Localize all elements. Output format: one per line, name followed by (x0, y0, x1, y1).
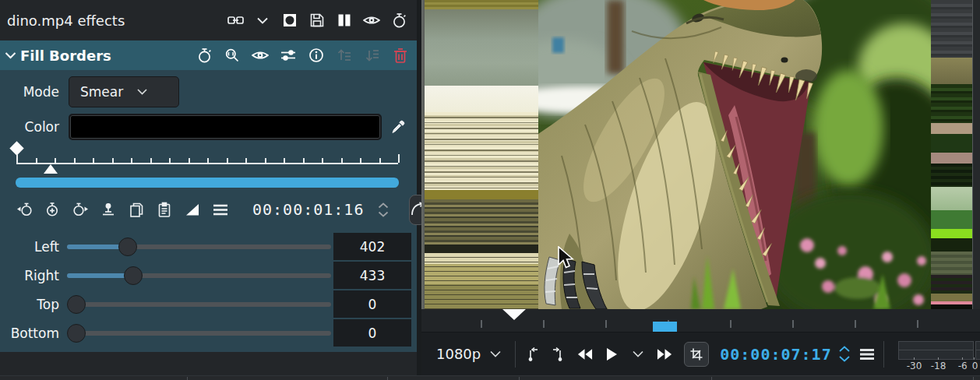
ruler-tick (543, 320, 545, 328)
transport-controls (523, 342, 709, 367)
slider-handle[interactable] (67, 295, 86, 314)
bottom-value-box[interactable]: 0 (333, 319, 411, 347)
slider-handle[interactable] (124, 266, 143, 285)
right-value-box[interactable]: 433 (333, 262, 411, 289)
center-keyframe-icon[interactable] (100, 201, 117, 218)
param-row-bottom: Bottom 0 (0, 318, 417, 347)
meter-label: 0 (972, 361, 978, 371)
slider-track[interactable] (67, 302, 331, 307)
param-row-right: Right 433 (0, 261, 417, 290)
smear-band-left (421, 0, 538, 309)
video-left-edge (421, 0, 425, 309)
top-value-box[interactable]: 0 (333, 290, 411, 318)
resolution-select[interactable]: 1080p (421, 346, 507, 362)
left-value-box[interactable]: 402 (333, 233, 411, 260)
add-keyframe-icon[interactable] (44, 201, 61, 218)
slider-track[interactable] (67, 331, 331, 336)
keyframe-ruler-tick (265, 158, 266, 163)
keyframe-timecode[interactable]: 00:00:01:16 (252, 200, 364, 219)
keyframe-ruler-tick (322, 158, 323, 163)
play-dropdown-chevron-icon[interactable] (629, 346, 647, 363)
keyframe-toolbar: 00:00:01:16 (0, 195, 417, 224)
play-icon[interactable] (603, 346, 620, 363)
forward-icon[interactable] (656, 346, 673, 363)
top-slider[interactable] (67, 295, 331, 314)
zone-in-icon[interactable] (523, 346, 541, 363)
keyframe-ruler[interactable] (0, 142, 417, 176)
keyframe-ruler-tick (150, 158, 152, 163)
audio-meter-peak (975, 341, 980, 360)
timeline-edge-strip (0, 375, 980, 380)
slider-handle[interactable] (118, 238, 137, 256)
copy-icon[interactable] (128, 201, 145, 218)
keyframe-ruler-tick (131, 158, 132, 163)
video-photo-dinosaur (538, 0, 931, 309)
menu-icon[interactable] (212, 201, 229, 218)
compare-split-icon[interactable] (336, 12, 353, 29)
edge-tick (711, 377, 712, 380)
edge-tick (187, 377, 188, 380)
interpolation-triangle-icon[interactable] (184, 201, 201, 218)
monitor-timecode-spinner[interactable] (838, 346, 851, 362)
zoom-icon[interactable] (224, 47, 241, 64)
keyframe-playhead[interactable] (44, 164, 58, 174)
paste-icon[interactable] (156, 201, 173, 218)
keyframe-diamond[interactable] (9, 141, 23, 155)
ruler-tick (917, 320, 918, 328)
effects-panel-toolbar (227, 12, 417, 29)
presets-icon[interactable] (280, 47, 297, 64)
save-preset-icon[interactable] (308, 12, 326, 29)
effect-header-fill-borders[interactable]: Fill Borders (0, 40, 417, 70)
param-label: Top (0, 297, 59, 312)
color-picker-icon[interactable] (390, 118, 407, 135)
effect-header-icons (196, 47, 417, 64)
keyframe-ruler-tick (36, 158, 37, 163)
preview-eye-icon[interactable] (252, 47, 269, 64)
keyframe-ruler-tick (55, 158, 56, 163)
keyframe-zone-bar[interactable] (16, 178, 399, 188)
dropdown-chevron-icon[interactable] (254, 12, 271, 29)
keyframes-stopwatch-icon[interactable] (196, 47, 213, 64)
toolbar-separator (515, 341, 516, 368)
color-swatch[interactable] (69, 114, 382, 140)
info-icon[interactable] (308, 47, 325, 64)
keyframe-ruler-tick (341, 158, 343, 163)
slider-handle[interactable] (67, 324, 86, 343)
collapse-chevron-icon[interactable] (0, 47, 20, 64)
delete-icon[interactable] (392, 47, 409, 64)
param-label: Right (0, 268, 59, 283)
keyframe-timecode-spinner[interactable] (378, 202, 389, 217)
link-effects-icon[interactable] (227, 12, 244, 29)
monitor-menu-icon[interactable] (858, 346, 876, 363)
keyframe-ruler-tick (360, 158, 361, 163)
param-label: Bottom (0, 325, 59, 341)
zone-crop-button[interactable] (684, 342, 709, 367)
edge-tick (519, 377, 520, 380)
effect-title: Fill Borders (20, 48, 111, 64)
keyframe-ruler-tick (93, 158, 94, 163)
mode-select[interactable]: Smear (69, 76, 179, 107)
move-up-icon[interactable] (336, 47, 353, 64)
keyframes-stopwatch-icon[interactable] (390, 12, 407, 29)
zone-out-icon[interactable] (550, 346, 567, 363)
param-row-left: Left 402 (0, 232, 417, 261)
color-row: Color (0, 114, 417, 140)
meter-label: -30 (907, 361, 922, 371)
effects-panel-title: dino.mp4 effects (0, 12, 125, 29)
right-slider[interactable] (67, 266, 331, 285)
rewind-icon[interactable] (576, 346, 594, 363)
monitor-zone-marker[interactable] (653, 322, 677, 332)
kdenlive-window: { "effects_panel": { "title": "dino.mp4 … (0, 0, 980, 380)
left-slider[interactable] (67, 238, 331, 256)
next-keyframe-icon[interactable] (72, 201, 89, 218)
monitor-seek-ruler[interactable] (421, 309, 980, 332)
audio-meter-scale: -30 -18 -6 0 (897, 360, 980, 372)
move-down-icon[interactable] (364, 47, 381, 64)
zone-crop-icon (689, 347, 703, 361)
bottom-slider[interactable] (67, 324, 331, 343)
preview-eye-icon[interactable] (363, 12, 380, 29)
monitor-playhead[interactable] (502, 309, 526, 320)
previous-keyframe-icon[interactable] (16, 201, 33, 218)
monitor-timecode[interactable]: 00:00:07:17 (720, 345, 831, 364)
mask-zone-icon[interactable] (281, 12, 298, 29)
